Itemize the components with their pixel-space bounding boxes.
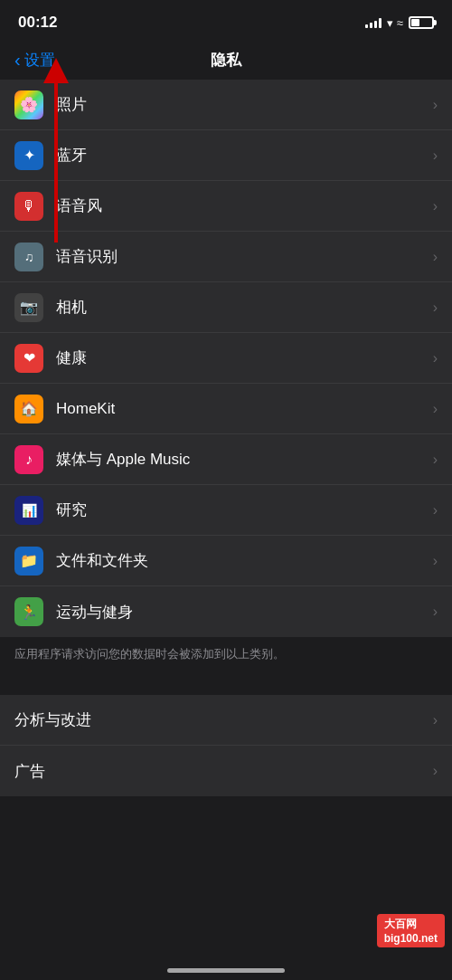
analytics-chevron-icon: › [433, 712, 438, 728]
analytics-group: 分析与改进 › 广告 › [0, 695, 452, 796]
music-chevron-icon: › [433, 452, 438, 468]
watermark-main: 大百网 [384, 918, 417, 930]
sound-recognition-item[interactable]: ♫ 语音识别 › [0, 232, 452, 282]
fitness-label: 运动与健身 [56, 602, 426, 623]
camera-chevron-icon: › [433, 300, 438, 316]
signal-icon [365, 17, 381, 28]
status-bar: 00:12 ▾ ≈ [0, 0, 452, 40]
sound-recognition-chevron-icon: › [433, 249, 438, 265]
fitness-item[interactable]: 🏃 运动与健身 › [0, 586, 452, 637]
watermark: 大百网 big100.net [377, 914, 445, 947]
siri-icon: 🎙 [14, 192, 43, 221]
homekit-item[interactable]: 🏠 HomeKit › [0, 384, 452, 434]
camera-item[interactable]: 📷 相机 › [0, 282, 452, 333]
sound-recognition-label: 语音识别 [56, 246, 426, 267]
files-item[interactable]: 📁 文件和文件夹 › [0, 536, 452, 586]
section-footer: 应用程序请求访问您的数据时会被添加到以上类别。 [0, 637, 452, 677]
back-label: 设置 [24, 50, 55, 71]
nav-bar: ‹ 设置 隐私 [0, 40, 452, 80]
bluetooth-icon: ✦ [14, 141, 43, 170]
main-settings-group: 🌸 照片 › ✦ 蓝牙 › 🎙 语音风 › ♫ 语音识别 › [0, 80, 452, 637]
back-button[interactable]: ‹ 设置 [14, 50, 55, 71]
siri-chevron-icon: › [433, 198, 438, 214]
wifi-icon: ▾ ≈ [387, 16, 403, 30]
status-icons: ▾ ≈ [365, 16, 434, 30]
sound-recognition-icon: ♫ [14, 243, 43, 271]
photos-label: 照片 [56, 94, 426, 115]
siri-label: 语音风 [56, 195, 426, 216]
music-label: 媒体与 Apple Music [56, 449, 426, 470]
research-chevron-icon: › [433, 502, 438, 519]
bluetooth-chevron-icon: › [433, 147, 438, 164]
files-chevron-icon: › [433, 553, 438, 569]
camera-icon: 📷 [14, 293, 43, 322]
page-wrapper: 00:12 ▾ ≈ ‹ 设置 隐私 🌸 照片 › [0, 0, 452, 980]
homekit-chevron-icon: › [433, 401, 438, 417]
research-item[interactable]: 📊 研究 › [0, 485, 452, 536]
music-icon: ♪ [14, 445, 43, 474]
home-indicator [167, 968, 285, 973]
bluetooth-label: 蓝牙 [56, 145, 426, 166]
watermark-sub: big100.net [384, 932, 438, 945]
photos-chevron-icon: › [433, 97, 438, 113]
analytics-item[interactable]: 分析与改进 › [0, 695, 452, 746]
health-chevron-icon: › [433, 350, 438, 366]
files-icon: 📁 [14, 547, 43, 576]
health-label: 健康 [56, 347, 426, 368]
status-time: 00:12 [18, 14, 57, 32]
music-item[interactable]: ♪ 媒体与 Apple Music › [0, 434, 452, 485]
research-icon: 📊 [14, 496, 43, 525]
photos-icon: 🌸 [14, 90, 43, 119]
camera-label: 相机 [56, 297, 426, 318]
homekit-icon: 🏠 [14, 395, 43, 423]
photos-item[interactable]: 🌸 照片 › [0, 80, 452, 130]
fitness-icon: 🏃 [14, 597, 43, 626]
fitness-chevron-icon: › [433, 604, 438, 620]
page-title: 隐私 [211, 50, 241, 71]
siri-item[interactable]: 🎙 语音风 › [0, 181, 452, 232]
ads-label: 广告 [14, 761, 426, 782]
footer-text: 应用程序请求访问您的数据时会被添加到以上类别。 [14, 647, 285, 661]
research-label: 研究 [56, 500, 426, 520]
files-label: 文件和文件夹 [56, 550, 426, 571]
homekit-label: HomeKit [56, 400, 426, 418]
health-icon: ❤ [14, 344, 43, 373]
ads-item[interactable]: 广告 › [0, 746, 452, 796]
bluetooth-item[interactable]: ✦ 蓝牙 › [0, 130, 452, 181]
ads-chevron-icon: › [433, 763, 438, 779]
back-chevron-icon: ‹ [14, 51, 21, 69]
battery-icon [409, 16, 434, 29]
analytics-label: 分析与改进 [14, 709, 426, 730]
health-item[interactable]: ❤ 健康 › [0, 333, 452, 384]
